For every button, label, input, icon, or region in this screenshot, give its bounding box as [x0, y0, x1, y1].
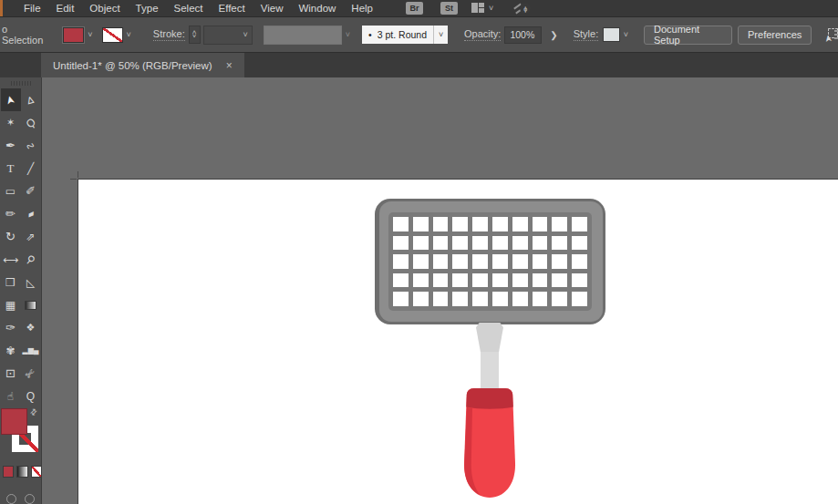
grid-hole	[572, 217, 587, 231]
bridge-button[interactable]: Br	[406, 2, 423, 15]
column-graph-tool[interactable]: ▂▆▄	[21, 339, 41, 362]
zoom-tool[interactable]: Q	[21, 385, 41, 407]
menu-object[interactable]: Object	[89, 3, 119, 14]
grid-hole	[572, 273, 587, 288]
slice-tool[interactable]: ✄	[21, 362, 41, 385]
handle-cap	[466, 388, 513, 409]
gradient-button[interactable]	[16, 466, 27, 478]
grid-hole	[512, 236, 528, 251]
none-button[interactable]	[31, 466, 42, 478]
grid-hole	[413, 273, 429, 288]
column-graph-tool-icon: ▂▆▄	[23, 346, 39, 355]
chevron-down-icon[interactable]: ˅	[489, 5, 493, 13]
opacity-expand-icon[interactable]: ❯	[550, 30, 557, 40]
grid-hole	[533, 292, 548, 306]
tools-panel-grip[interactable]	[0, 77, 41, 88]
pen-tool[interactable]: ✒	[1, 134, 21, 157]
perspective-grid-tool[interactable]: ◺	[21, 271, 41, 293]
shape-builder-tool[interactable]: ❒	[1, 271, 21, 293]
document-tab[interactable]: Untitled-1* @ 50% (RGB/Preview) ×	[41, 53, 244, 77]
opacity-label[interactable]: Opacity:	[464, 28, 501, 41]
document-setup-button[interactable]: Document Setup	[644, 26, 732, 45]
menu-view[interactable]: View	[261, 3, 284, 14]
line-segment-tool[interactable]: ╱	[21, 157, 41, 180]
style-swatch[interactable]	[603, 27, 620, 42]
draw-normal-icon[interactable]	[6, 494, 16, 504]
type-tool[interactable]: T	[1, 157, 21, 180]
mesh-tool[interactable]: ▦	[1, 293, 21, 316]
stroke-label[interactable]: Stroke:	[153, 28, 185, 41]
stroke-weight-stepper[interactable]: ˄ ˅	[189, 26, 201, 44]
brush-definition-value[interactable]: • 3 pt. Round	[362, 29, 433, 40]
shape-builder-tool-icon: ❒	[5, 276, 16, 289]
menu-help[interactable]: Help	[351, 3, 373, 14]
eraser-tool[interactable]: ▰	[21, 202, 41, 225]
chevron-down-icon[interactable]: ˅	[88, 31, 92, 39]
menu-window[interactable]: Window	[298, 3, 336, 14]
fill-color-swatch[interactable]	[63, 27, 84, 43]
puppet-warp-tool[interactable]: ⚲	[21, 248, 41, 271]
brush-dropdown-button[interactable]: ˅	[433, 26, 448, 44]
fill-indicator[interactable]	[1, 408, 27, 435]
menu-edit[interactable]: Edit	[57, 3, 75, 14]
chevron-down-icon[interactable]: ˅	[127, 31, 131, 39]
opacity-input[interactable]: 100%	[504, 26, 542, 44]
gpu-performance-icon[interactable]: ϕ	[513, 1, 532, 15]
menu-select[interactable]: Select	[174, 3, 203, 14]
menu-effect[interactable]: Effect	[219, 3, 245, 14]
width-tool-icon: ⟷	[3, 253, 18, 266]
menu-file[interactable]: File	[24, 3, 41, 14]
magic-wand-tool-icon: ✶	[6, 117, 15, 129]
stroke-none-swatch[interactable]	[102, 27, 123, 43]
grid-hole	[512, 254, 528, 269]
draw-behind-icon[interactable]	[25, 494, 35, 504]
zoom-tool-icon: Q	[26, 390, 35, 403]
menu-items: FileEditObjectTypeSelectEffectViewWindow…	[24, 3, 373, 14]
grill-masher-artwork[interactable]	[375, 199, 608, 501]
preferences-button[interactable]: Preferences	[738, 26, 812, 45]
grid-hole	[413, 254, 429, 269]
lasso-tool[interactable]: Ϙ	[21, 111, 41, 134]
chevron-down-icon[interactable]: ˅	[624, 31, 628, 39]
direct-selection-tool-icon: ⊳	[23, 94, 37, 106]
line-segment-tool-icon: ╱	[27, 162, 34, 175]
color-button[interactable]	[3, 466, 14, 478]
grid-hole	[452, 236, 468, 251]
workspace-switcher-icon[interactable]	[471, 3, 485, 14]
stroke-weight-dropdown[interactable]: ˅	[203, 26, 253, 45]
hand-tool-icon: ☝	[7, 390, 14, 403]
close-icon[interactable]: ×	[226, 59, 233, 72]
canvas[interactable]	[42, 77, 838, 504]
blend-tool-icon: ❖	[26, 322, 36, 334]
rectangle-tool[interactable]: ▭	[1, 180, 21, 202]
magic-wand-tool[interactable]: ✶	[1, 111, 21, 134]
curvature-tool[interactable]: ∿	[21, 134, 41, 157]
style-label[interactable]: Style:	[574, 28, 599, 41]
brush-dot-icon: •	[368, 29, 372, 40]
pencil-tool[interactable]: ✏	[1, 202, 21, 225]
artboard[interactable]	[78, 179, 838, 504]
rotate-tool-icon: ↻	[5, 230, 16, 243]
swap-fill-stroke-icon[interactable]: ⇄	[28, 406, 39, 417]
stock-button[interactable]: St	[440, 2, 458, 15]
width-profile-dropdown-disabled	[264, 26, 342, 45]
selection-tool[interactable]: ➤	[1, 88, 21, 111]
grid-hole	[452, 254, 468, 269]
grid-hole	[472, 236, 488, 251]
control-bar: o Selection ˅ ˅ Stroke: ˄ ˅ ˅ ˅ • 3 pt. …	[0, 17, 838, 53]
scale-tool-icon: ⇗	[26, 231, 35, 243]
width-tool[interactable]: ⟷	[1, 248, 21, 271]
direct-selection-tool[interactable]: ⊳	[21, 88, 41, 111]
stroke-color-control: ˅	[102, 27, 131, 43]
paintbrush-tool[interactable]: ✐	[21, 180, 41, 202]
hand-tool[interactable]: ☝	[1, 385, 21, 407]
menu-type[interactable]: Type	[136, 3, 159, 14]
gradient-tool[interactable]	[21, 293, 41, 316]
blend-tool[interactable]: ❖	[21, 316, 41, 339]
symbol-sprayer-tool[interactable]: ✾	[1, 339, 21, 362]
scale-tool[interactable]: ⇗	[21, 225, 41, 248]
gradient-swatch-icon	[25, 301, 36, 310]
artboard-tool[interactable]: ⊡	[1, 362, 21, 385]
rotate-tool[interactable]: ↻	[1, 225, 21, 248]
eyedropper-tool[interactable]: ✑	[1, 316, 21, 339]
